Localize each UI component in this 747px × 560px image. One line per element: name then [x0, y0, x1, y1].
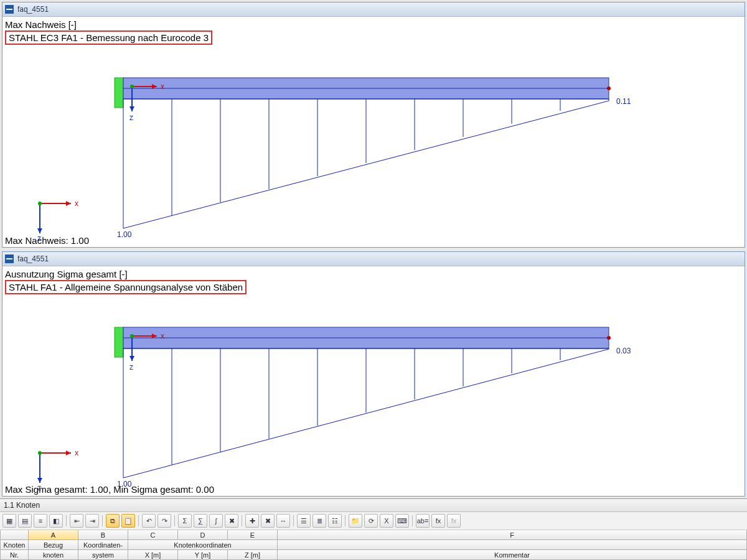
redo-icon[interactable]: ↷ — [157, 514, 171, 528]
svg-marker-27 — [37, 228, 42, 233]
svg-point-61 — [38, 451, 42, 455]
hdr-knoten: Knoten — [0, 540, 29, 550]
node-del-icon[interactable]: ✖ — [261, 514, 275, 528]
svg-marker-60 — [37, 478, 42, 483]
svg-point-3 — [607, 86, 611, 90]
list-icon[interactable]: ☰ — [297, 514, 311, 528]
result-panel-1: faq_4551 Max Nachweis [-] STAHL EC3 FA1 … — [2, 2, 745, 248]
col-letter-c[interactable]: C — [128, 530, 178, 540]
table-toolbar: ▦▤≡◧⇤⇥⧉📋↶↷Σ∑∫✖✚✖↔☰≣☷📁⟳X⌨ab=fxfx — [0, 512, 747, 530]
diagram-svg-1: x z 0.11 — [2, 42, 737, 241]
svg-text:x: x — [161, 82, 164, 91]
result-footer: Max Sigma gesamt: 1.00, Min Sigma gesamt… — [5, 484, 214, 495]
svg-text:z: z — [129, 113, 133, 122]
svg-text:x: x — [75, 199, 78, 208]
svg-marker-58 — [66, 450, 71, 455]
svg-marker-38 — [129, 356, 134, 361]
svg-text:x: x — [161, 332, 164, 340]
node-add-icon[interactable]: ✚ — [245, 514, 259, 528]
panel-title: faq_4551 — [17, 5, 49, 14]
hdr-kommentar: Kommentar — [278, 550, 747, 560]
col-letter-d[interactable]: D — [178, 530, 228, 540]
svg-point-28 — [38, 202, 42, 205]
result-header-1: Max Nachweis [-] — [5, 19, 77, 30]
list3-icon[interactable]: ☷ — [328, 514, 342, 528]
undo-icon[interactable]: ↶ — [142, 514, 156, 528]
panel-titlebar[interactable]: faq_4551 — [2, 2, 745, 17]
col-letter-f[interactable]: F — [278, 530, 747, 540]
refresh-icon[interactable]: ⟳ — [364, 514, 378, 528]
svg-text:0.03: 0.03 — [616, 347, 631, 355]
svg-marker-7 — [129, 106, 134, 111]
node-split-icon[interactable]: ↔ — [276, 514, 290, 528]
col-letter-e[interactable]: E — [228, 530, 278, 540]
folder-icon[interactable]: 📁 — [349, 514, 362, 528]
result-canvas-2[interactable]: Ausnutzung Sigma gesamt [-] STAHL FA1 - … — [2, 266, 745, 497]
excel-icon[interactable]: X — [380, 514, 393, 528]
left-value: 1.00 — [117, 230, 132, 239]
copy-icon[interactable]: ⧉ — [106, 514, 120, 528]
svg-marker-25 — [66, 201, 71, 206]
col-letter-a[interactable]: A — [29, 530, 78, 540]
result-header-1: Ausnutzung Sigma gesamt [-] — [5, 269, 128, 279]
result-canvas-1[interactable]: Max Nachweis [-] STAHL EC3 FA1 - Bemessu… — [2, 17, 745, 247]
svg-point-34 — [607, 336, 611, 340]
col-letter-b[interactable]: B — [78, 530, 128, 540]
hdr-y: Y [m] — [178, 550, 228, 560]
app-icon — [5, 254, 14, 263]
import-icon[interactable]: ⇤ — [70, 514, 83, 528]
hdr-bezug: Bezug — [29, 540, 78, 550]
grid-icon[interactable]: ▦ — [2, 514, 16, 528]
diagram-svg-2: x z 0.03 1.00 — [2, 291, 737, 490]
table-title: 1.1 Knoten — [0, 499, 747, 512]
text-icon[interactable]: ab= — [416, 514, 430, 528]
table-headers: A B C D E F Knoten Bezug Koordinaten- Kn… — [0, 530, 747, 560]
hdr-system: system — [78, 550, 128, 560]
result-panel-2: faq_4551 Ausnutzung Sigma gesamt [-] STA… — [2, 251, 745, 497]
result-footer: Max Nachweis: 1.00 — [5, 235, 89, 246]
fx-icon[interactable]: fx — [431, 514, 445, 528]
table-icon[interactable]: ▤ — [18, 514, 32, 528]
hdr-bezug-sub: knoten — [29, 550, 78, 560]
hdr-koord: Koordinaten- — [78, 540, 128, 550]
fx-off-icon[interactable]: fx — [447, 514, 461, 528]
app-icon — [5, 5, 14, 14]
hdr-koord-group: Knotenkoordinaten — [128, 540, 278, 550]
align-icon[interactable]: ≡ — [34, 514, 47, 528]
delete-icon[interactable]: ✖ — [225, 514, 238, 528]
panel-title: faq_4551 — [17, 254, 49, 263]
list2-icon[interactable]: ≣ — [312, 514, 326, 528]
svg-rect-31 — [115, 327, 123, 357]
svg-point-39 — [130, 334, 134, 338]
hdr-kommentar-top — [278, 540, 747, 550]
svg-text:x: x — [75, 449, 78, 457]
svg-rect-0 — [115, 78, 123, 108]
calc2-icon[interactable]: ∑ — [194, 514, 207, 528]
hdr-z: Z [m] — [228, 550, 278, 560]
palette-icon[interactable]: ◧ — [49, 514, 63, 528]
calculator-icon[interactable]: ⌨ — [395, 514, 409, 528]
export-icon[interactable]: ⇥ — [85, 514, 99, 528]
right-value: 0.11 — [616, 97, 631, 106]
table-section: 1.1 Knoten ▦▤≡◧⇤⇥⧉📋↶↷Σ∑∫✖✚✖↔☰≣☷📁⟳X⌨ab=fx… — [0, 498, 747, 560]
svg-point-8 — [130, 85, 134, 88]
paste-icon[interactable]: 📋 — [121, 514, 135, 528]
calc-icon[interactable]: Σ — [178, 514, 192, 528]
panel-titlebar[interactable]: faq_4551 — [2, 252, 745, 266]
hdr-x: X [m] — [128, 550, 178, 560]
hdr-nr: Nr. — [0, 550, 29, 560]
svg-text:z: z — [129, 363, 133, 371]
calc3-icon[interactable]: ∫ — [209, 514, 223, 528]
